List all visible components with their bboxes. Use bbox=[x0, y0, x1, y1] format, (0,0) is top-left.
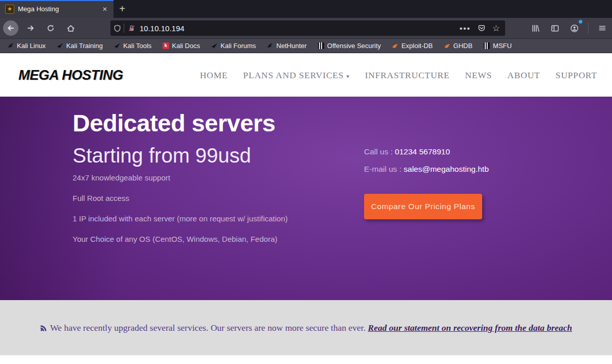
url-text[interactable]: 10.10.10.194 bbox=[140, 24, 460, 33]
bookmark-label: Exploit-DB bbox=[401, 42, 433, 50]
nav-infrastructure[interactable]: INFRASTRUCTURE bbox=[365, 70, 450, 80]
kali-dragon-icon bbox=[7, 42, 14, 50]
account-button[interactable] bbox=[566, 20, 582, 36]
bird-icon bbox=[56, 42, 63, 50]
tab-title: Mega Hosting bbox=[18, 5, 100, 13]
chevron-down-icon: ▾ bbox=[346, 73, 349, 79]
back-button[interactable] bbox=[3, 20, 18, 36]
offsec-icon bbox=[483, 42, 490, 50]
toolbar-right-buttons bbox=[528, 18, 610, 38]
phone-number: 01234 5678910 bbox=[395, 147, 450, 156]
bookmark-label: Kali Forums bbox=[220, 42, 256, 50]
bookmarks-toolbar: Kali Linux Kali Training Kali Tools k Ka… bbox=[0, 39, 612, 53]
call-us-line: Call us : 01234 5678910 bbox=[364, 147, 489, 156]
main-nav: HOME PLANS AND SERVICES▾ INFRASTRUCTURE … bbox=[200, 70, 597, 80]
bookmark-label: Kali Tools bbox=[123, 42, 151, 50]
bird-icon bbox=[211, 42, 218, 50]
bookmark-offensive-security[interactable]: Offensive Security bbox=[318, 42, 381, 50]
forward-button[interactable] bbox=[23, 20, 38, 36]
hero-section: Dedicated servers Starting from 99usd 24… bbox=[0, 97, 612, 300]
nav-about[interactable]: ABOUT bbox=[507, 70, 540, 80]
feature-item: Full Root access bbox=[73, 194, 288, 202]
edb-bug-icon bbox=[444, 42, 451, 50]
bookmark-label: Kali Linux bbox=[17, 42, 46, 50]
nav-plans-and-services[interactable]: PLANS AND SERVICES▾ bbox=[243, 70, 350, 80]
email-us-line: E-mail us : sales@megahosting.htb bbox=[364, 165, 489, 174]
feature-list: 24x7 knowledgeable support Full Root acc… bbox=[73, 173, 288, 255]
nav-support[interactable]: SUPPORT bbox=[556, 70, 597, 80]
sidebar-button[interactable] bbox=[547, 20, 562, 36]
bookmark-label: Kali Training bbox=[66, 42, 103, 50]
bookmark-kali-linux[interactable]: Kali Linux bbox=[7, 42, 46, 50]
reload-button[interactable] bbox=[43, 20, 58, 36]
home-button[interactable] bbox=[63, 20, 78, 36]
bookmark-label: MSFU bbox=[493, 42, 512, 50]
bookmark-kali-tools[interactable]: Kali Tools bbox=[114, 42, 151, 50]
bookmark-kali-forums[interactable]: Kali Forums bbox=[211, 42, 256, 50]
insecure-lock-icon[interactable] bbox=[128, 25, 135, 32]
page-actions-icon[interactable]: ••• bbox=[460, 24, 471, 33]
pocket-icon[interactable] bbox=[478, 24, 486, 32]
urlbar-separator bbox=[124, 24, 124, 33]
tab-close-icon[interactable]: ✕ bbox=[100, 5, 109, 14]
urlbar-actions: ••• ☆ bbox=[460, 24, 502, 33]
banner-message: We have recently upgraded several servic… bbox=[50, 323, 368, 333]
bookmark-kali-docs[interactable]: k Kali Docs bbox=[162, 42, 200, 50]
bookmark-label: Kali Docs bbox=[172, 42, 200, 50]
hero-subtitle: Starting from 99usd bbox=[73, 144, 251, 167]
kali-dragon-icon bbox=[267, 42, 274, 50]
rss-icon bbox=[40, 324, 48, 332]
sidebar-icon bbox=[551, 24, 559, 33]
bookmark-label: Offensive Security bbox=[327, 42, 381, 50]
bookmark-label: NetHunter bbox=[277, 42, 307, 50]
bookmark-nethunter[interactable]: NetHunter bbox=[267, 42, 307, 50]
nav-home[interactable]: HOME bbox=[200, 70, 228, 80]
site-header: MEGA HOSTING HOME PLANS AND SERVICES▾ IN… bbox=[0, 53, 612, 97]
page-bottom-whitespace bbox=[0, 355, 612, 364]
bookmark-ghdb[interactable]: GHDB bbox=[444, 42, 473, 50]
menu-button[interactable] bbox=[595, 20, 610, 36]
library-icon bbox=[531, 24, 540, 33]
news-banner-text: We have recently upgraded several servic… bbox=[25, 324, 587, 332]
nav-news[interactable]: NEWS bbox=[465, 70, 492, 80]
feature-item: 24x7 knowledgeable support bbox=[73, 173, 288, 182]
library-button[interactable] bbox=[528, 20, 543, 36]
data-breach-statement-link[interactable]: Read our statement on recovering from th… bbox=[368, 323, 572, 333]
tab-bar: ★ Mega Hosting ✕ + bbox=[0, 0, 612, 18]
hero-title: Dedicated servers bbox=[73, 109, 275, 137]
bookmark-exploit-db[interactable]: Exploit-DB bbox=[392, 42, 433, 50]
nav-buttons bbox=[3, 18, 78, 38]
feature-item: 1 IP included with each server (more on … bbox=[73, 214, 288, 223]
site-logo: MEGA HOSTING bbox=[18, 67, 123, 83]
red-doc-icon: k bbox=[162, 42, 169, 50]
back-arrow-icon bbox=[7, 24, 15, 32]
bookmark-msfu[interactable]: MSFU bbox=[483, 42, 512, 50]
toolbar-separator bbox=[588, 22, 588, 34]
hamburger-menu-icon bbox=[598, 24, 606, 32]
forward-arrow-icon bbox=[27, 24, 35, 32]
home-icon bbox=[66, 24, 75, 33]
navigation-toolbar: 10.10.10.194 ••• ☆ bbox=[0, 18, 612, 39]
contact-block: Call us : 01234 5678910 E-mail us : sale… bbox=[364, 147, 489, 182]
account-icon bbox=[570, 24, 579, 33]
bookmark-star-icon[interactable]: ☆ bbox=[492, 24, 500, 33]
new-tab-button[interactable]: + bbox=[114, 0, 131, 18]
compare-pricing-plans-button[interactable]: Compare Our Pricing Plans bbox=[364, 194, 482, 219]
bird-icon bbox=[114, 42, 121, 50]
bookmark-kali-training[interactable]: Kali Training bbox=[56, 42, 103, 50]
url-bar[interactable]: 10.10.10.194 ••• ☆ bbox=[110, 20, 505, 36]
tracking-protection-shield-icon[interactable] bbox=[114, 25, 121, 32]
email-address: sales@megahosting.htb bbox=[404, 165, 489, 173]
feature-item: Your Choice of any OS (CentOS, Windows, … bbox=[73, 235, 288, 243]
news-banner: We have recently upgraded several servic… bbox=[0, 300, 612, 355]
reload-icon bbox=[47, 24, 55, 32]
offsec-icon bbox=[318, 42, 325, 50]
bookmark-label: GHDB bbox=[454, 42, 473, 50]
tab-mega-hosting[interactable]: ★ Mega Hosting ✕ bbox=[0, 0, 114, 18]
edb-bug-icon bbox=[392, 42, 399, 50]
browser-window: ★ Mega Hosting ✕ + 10.10.10.194 bbox=[0, 0, 612, 364]
account-notification-dot bbox=[578, 19, 583, 24]
site-favicon-star-icon: ★ bbox=[5, 5, 14, 14]
